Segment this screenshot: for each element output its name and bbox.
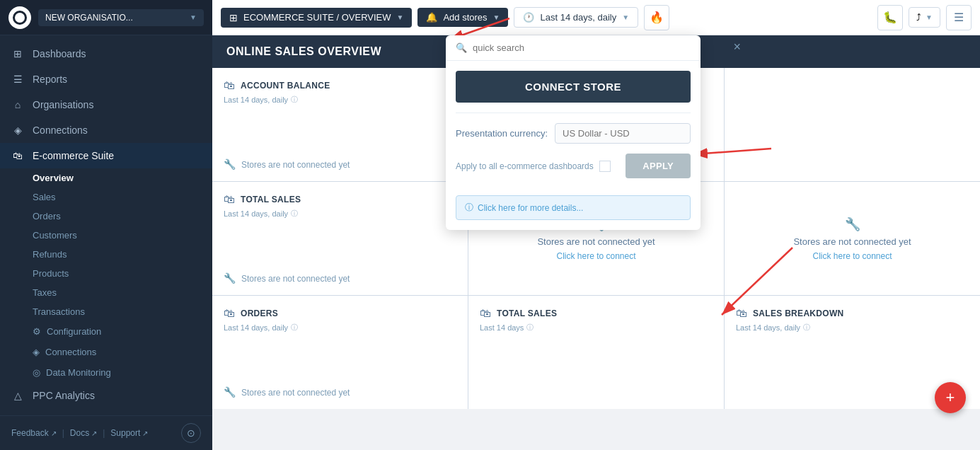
sidebar-item-organisations[interactable]: ⌂ Organisations [0, 92, 212, 117]
ppc-icon: △ [11, 390, 24, 401]
wrench-icon: 🔧 [845, 217, 860, 232]
suite-grid-icon: ⊞ [229, 12, 238, 23]
quick-search-input[interactable] [473, 42, 691, 53]
currency-input[interactable] [555, 123, 691, 144]
sidebar-sub-data-monitoring[interactable]: ◎ Data Monitoring [33, 362, 212, 383]
sidebar-sub-transactions[interactable]: Transactions [33, 302, 212, 321]
bag-icon: 🛍 [224, 79, 235, 92]
widget-subtitle: Last 14 days, daily ⓘ [736, 323, 969, 333]
widget-subtitle: Last 14 days ⓘ [480, 323, 713, 333]
sidebar-nav: ⊞ Dashboards ☰ Reports ⌂ Organisations ◈… [0, 35, 212, 415]
suite-selector-btn[interactable]: ⊞ ECOMMERCE SUITE / OVERVIEW ▼ [221, 8, 412, 28]
sidebar-item-label: Organisations [33, 99, 93, 110]
currency-label: Presentation currency: [456, 128, 548, 139]
sidebar-item-label: PPC Analytics [33, 390, 95, 401]
wrench-icon: 🔧 [224, 158, 236, 170]
widget-title: ORDERS [241, 308, 278, 318]
sidebar-item-dashboards[interactable]: ⊞ Dashboards [0, 41, 212, 67]
nav-icon: ⊙ [187, 427, 195, 439]
add-stores-dropdown: 🔍 CONNECT STORE Presentation currency: A… [446, 35, 701, 230]
widget-total-sales: 🛍 TOTAL SALES Last 14 days, daily ⓘ 🔧 St… [212, 182, 468, 295]
sidebar-sub-overview[interactable]: Overview [33, 168, 212, 188]
add-stores-chevron-icon: ▼ [493, 13, 500, 21]
dropdown-close-btn[interactable]: × [733, 40, 741, 54]
widget-subtitle: Last 14 days, daily ⓘ [224, 323, 456, 333]
sidebar-sub-orders[interactable]: Orders [33, 207, 212, 226]
sidebar-item-label: Dashboards [33, 48, 86, 59]
widget-empty-state: 🔧 Stores are not connected yet [224, 113, 456, 170]
sidebar-sub-refunds[interactable]: Refunds [33, 245, 212, 264]
footer-nav-btn[interactable]: ⊙ [181, 423, 201, 443]
fab-btn[interactable]: + [935, 382, 966, 413]
sidebar-item-label: E-commerce Suite [33, 150, 114, 161]
bug-btn[interactable]: 🐛 [877, 5, 903, 30]
footer-sep-2: | [103, 428, 105, 438]
search-icon: 🔍 [456, 42, 467, 53]
share-btn[interactable]: ⤴ ▼ [909, 7, 940, 28]
fire-icon: 🔥 [650, 11, 664, 24]
apply-btn[interactable]: APPLY [626, 154, 691, 178]
feedback-external-icon: ↗ [51, 429, 57, 437]
connections-icon: ◈ [11, 125, 24, 136]
connections-sub-icon: ◈ [33, 347, 40, 357]
widget-title-row: 🛍 TOTAL SALES [224, 193, 456, 206]
suite-label: ECOMMERCE SUITE / OVERVIEW [243, 12, 391, 23]
info-icon: ⓘ [291, 209, 298, 219]
widget-title: ACCOUNT BALANCE [241, 81, 330, 91]
widget-title-row: 🛍 SALES BREAKDOWN [736, 307, 969, 320]
suite-chevron-icon: ▼ [397, 13, 404, 21]
apply-all-checkbox[interactable] [599, 161, 611, 172]
docs-link[interactable]: Docs ↗ [70, 428, 97, 438]
fire-btn[interactable]: 🔥 [644, 5, 669, 30]
connect-store-btn[interactable]: CONNECT STORE [456, 71, 691, 103]
sidebar-sub-sales[interactable]: Sales [33, 188, 212, 207]
monitoring-icon: ◎ [33, 367, 40, 378]
topbar: ⊞ ECOMMERCE SUITE / OVERVIEW ▼ 🔔 Add sto… [212, 0, 980, 35]
menu-btn[interactable]: ☰ [946, 5, 972, 30]
widget-title-row: 🛍 ACCOUNT BALANCE [224, 79, 456, 92]
connect-row: 🔧 Stores are not connected yet Click her… [736, 193, 969, 284]
connections-sub-label: Connections [45, 347, 96, 357]
sidebar-sub-products[interactable]: Products [33, 264, 212, 283]
dashboards-icon: ⊞ [11, 48, 24, 59]
sidebar-sub-customers[interactable]: Customers [33, 226, 212, 245]
connect-link-1[interactable]: Click here to connect [556, 251, 635, 261]
widget-empty-state: 🔧 Stores are not connected yet [224, 341, 456, 398]
sidebar-sub-configuration[interactable]: ⚙ Configuration [33, 321, 212, 342]
widget-account-balance: 🛍 ACCOUNT BALANCE Last 14 days, daily ⓘ … [212, 68, 468, 181]
sidebar-item-connections[interactable]: ◈ Connections [0, 117, 212, 143]
more-details-label: Click here for more details... [478, 203, 583, 213]
ecommerce-sub-nav: Overview Sales Orders Customers Refunds … [0, 168, 212, 321]
sidebar: NEW ORGANISATIO... ▼ ⊞ Dashboards ☰ Repo… [0, 0, 212, 450]
widget-orders: 🛍 ORDERS Last 14 days, daily ⓘ 🔧 Stores … [212, 296, 468, 409]
monitoring-label: Data Monitoring [46, 367, 111, 378]
sidebar-item-reports[interactable]: ☰ Reports [0, 67, 212, 92]
bag-icon: 🛍 [736, 307, 747, 320]
hamburger-icon: ☰ [954, 11, 964, 24]
date-picker-btn[interactable]: 🕐 Last 14 days, daily ▼ [514, 7, 638, 28]
widget-title: TOTAL SALES [241, 195, 301, 204]
config-label: Configuration [47, 326, 101, 337]
org-selector[interactable]: NEW ORGANISATIO... ▼ [38, 9, 204, 26]
more-details-btn[interactable]: ⓘ Click here for more details... [456, 195, 691, 220]
sidebar-sub-taxes[interactable]: Taxes [33, 283, 212, 302]
footer-sep-1: | [62, 428, 64, 438]
widget-subtitle: Last 14 days, daily ⓘ [224, 209, 456, 219]
feedback-link[interactable]: Feedback ↗ [11, 428, 57, 438]
org-chevron-icon: ▼ [190, 13, 197, 21]
add-stores-btn[interactable]: 🔔 Add stores ▼ [417, 8, 508, 27]
app-logo [8, 6, 31, 29]
sidebar-item-ecommerce[interactable]: 🛍 E-commerce Suite [0, 143, 212, 168]
support-external-icon: ↗ [142, 429, 148, 437]
widget-empty-top [725, 68, 980, 181]
sidebar-item-ppc[interactable]: △ PPC Analytics [0, 383, 212, 408]
bag-icon: 🛍 [480, 307, 491, 320]
feedback-label: Feedback [11, 428, 49, 438]
widget-subtitle: Last 14 days, daily ⓘ [224, 95, 456, 105]
support-link[interactable]: Support ↗ [110, 428, 148, 438]
sidebar-sub-connections-sub[interactable]: ◈ Connections [33, 342, 212, 362]
bug-icon: 🐛 [883, 11, 897, 24]
calendar-icon: 🕐 [523, 12, 534, 23]
connect-link-2[interactable]: Click here to connect [812, 251, 892, 261]
add-stores-label: Add stores [443, 12, 487, 23]
